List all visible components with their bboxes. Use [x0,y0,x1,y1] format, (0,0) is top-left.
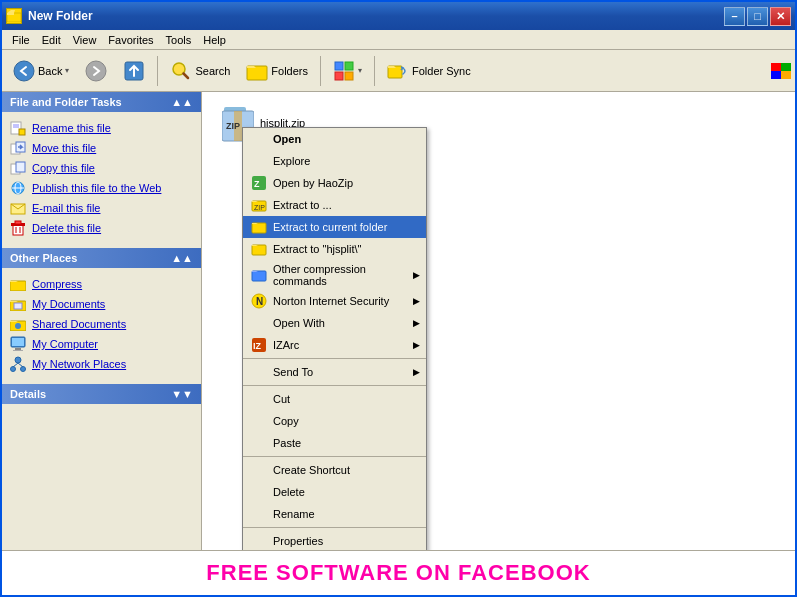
folders-button[interactable]: Folders [239,54,315,88]
delete-icon [10,220,26,236]
ctx-explore[interactable]: Explore [243,150,426,172]
ctx-create-shortcut[interactable]: Create Shortcut [243,459,426,481]
svg-text:ZIP: ZIP [226,121,240,131]
delete-ctx-icon [251,484,267,500]
copy-file-link[interactable]: Copy this file [6,158,197,178]
window-icon [6,8,22,24]
svg-rect-32 [14,303,22,309]
copy-icon-ctx [251,413,267,429]
ctx-rename[interactable]: Rename [243,503,426,525]
details-header[interactable]: Details ▼▼ [2,384,201,404]
compression-icon [251,267,267,283]
menu-help[interactable]: Help [197,32,232,48]
ctx-copy[interactable]: Copy [243,410,426,432]
svg-text:Z: Z [254,179,260,189]
svg-rect-11 [345,72,353,80]
menu-tools[interactable]: Tools [160,32,198,48]
folder-sync-label: Folder Sync [412,65,471,77]
ctx-extract-current[interactable]: Extract to current folder [243,216,426,238]
main-window: New Folder – □ ✕ File Edit View Favorite… [0,0,797,597]
ctx-properties[interactable]: Properties [243,530,426,550]
other-places-section: Other Places ▲▲ Compress [2,248,201,380]
search-button[interactable]: Search [163,54,237,88]
copy-icon [10,160,26,176]
menu-edit[interactable]: Edit [36,32,67,48]
my-computer-link[interactable]: My Computer [6,334,197,354]
paste-icon [251,435,267,451]
svg-text:IZ: IZ [253,341,262,351]
back-dropdown-icon: ▾ [65,66,69,75]
extract-hjsplit-icon [251,241,267,257]
close-button[interactable]: ✕ [770,7,791,26]
shared-documents-link[interactable]: Shared Documents [6,314,197,334]
svg-rect-16 [19,129,25,135]
my-network-places-link[interactable]: My Network Places [6,354,197,374]
up-button[interactable] [116,54,152,88]
other-places-header[interactable]: Other Places ▲▲ [2,248,201,268]
search-icon [170,60,192,82]
svg-rect-53 [252,223,266,233]
ctx-cut[interactable]: Cut [243,388,426,410]
publish-file-link[interactable]: Publish this file to the Web [6,178,197,198]
left-panel: File and Folder Tasks ▲▲ [2,92,202,550]
ctx-send-to[interactable]: Send To ▶ [243,361,426,383]
menu-bar: File Edit View Favorites Tools Help [2,30,795,50]
menu-file[interactable]: File [6,32,36,48]
svg-rect-1 [7,13,14,15]
email-file-link[interactable]: E-mail this file [6,198,197,218]
delete-file-link[interactable]: Delete this file [6,218,197,238]
file-folder-tasks-header[interactable]: File and Folder Tasks ▲▲ [2,92,201,112]
ctx-izarc[interactable]: IZ IZArc ▶ [243,334,426,356]
ctx-open-with[interactable]: Open With ▶ [243,312,426,334]
move-icon [10,140,26,156]
svg-rect-54 [252,245,266,255]
ctx-extract-to[interactable]: ZIP Extract to ... [243,194,426,216]
ctx-open[interactable]: Open [243,128,426,150]
ctx-extract-hjsplit[interactable]: Extract to "hjsplit\" [243,238,426,260]
compress-link[interactable]: Compress [6,274,197,294]
izarc-icon: IZ [251,337,267,353]
minimize-button[interactable]: – [724,7,745,26]
svg-line-6 [184,73,189,78]
separator-3 [243,456,426,457]
folder-sync-icon [387,60,409,82]
toolbar-separator-3 [374,56,375,86]
svg-rect-27 [15,221,21,224]
extract-current-icon [251,219,267,235]
back-button[interactable]: Back ▾ [6,54,76,88]
ctx-norton[interactable]: N Norton Internet Security ▶ [243,290,426,312]
xp-flag-area [771,63,791,79]
details-label: Details [10,388,46,400]
ctx-other-compression[interactable]: Other compression commands ▶ [243,260,426,290]
ctx-paste[interactable]: Paste [243,432,426,454]
menu-view[interactable]: View [67,32,103,48]
svg-line-43 [18,363,23,367]
up-icon [123,60,145,82]
context-menu: Open Explore Z Open by HaoZip [242,127,427,550]
izarc-arrow: ▶ [413,340,420,350]
forward-button[interactable] [78,54,114,88]
view-button[interactable]: ▾ [326,54,369,88]
toolbar-separator-1 [157,56,158,86]
svg-text:N: N [256,296,263,307]
svg-rect-8 [335,62,343,70]
folder-sync-button[interactable]: Folder Sync [380,54,478,88]
my-documents-link[interactable]: My Documents [6,294,197,314]
window-controls: – □ ✕ [724,7,791,26]
ctx-open-haozip[interactable]: Z Open by HaoZip [243,172,426,194]
compress-folder-icon [10,276,26,292]
folders-icon [246,60,268,82]
ctx-delete[interactable]: Delete [243,481,426,503]
open-with-arrow: ▶ [413,318,420,328]
svg-point-2 [14,61,34,81]
separator-4 [243,527,426,528]
open-with-icon [251,315,267,331]
svg-rect-7 [247,66,267,80]
menu-favorites[interactable]: Favorites [102,32,159,48]
move-file-link[interactable]: Move this file [6,138,197,158]
file-area[interactable]: ZIP hjsplit.zip Open Explore [202,92,795,550]
main-content: File and Folder Tasks ▲▲ [2,92,795,550]
rename-file-link[interactable]: Rename this file [6,118,197,138]
maximize-button[interactable]: □ [747,7,768,26]
view-icon [333,60,355,82]
